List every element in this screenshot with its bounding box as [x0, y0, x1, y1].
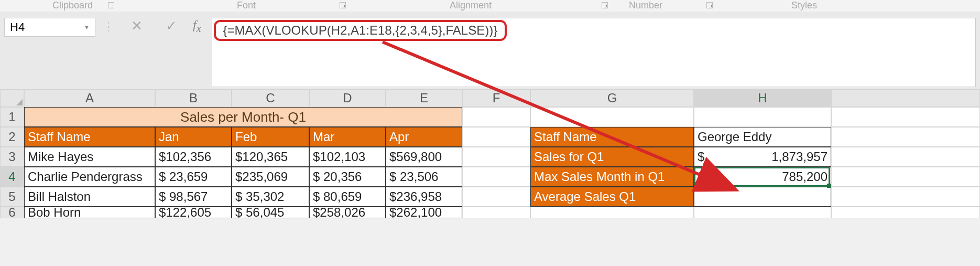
name-box[interactable]: H4 ▼ — [4, 18, 95, 37]
row-6: 6 Bob Horn $122,605 $ 56,045 $258,026 $2… — [0, 207, 980, 218]
cell-A3[interactable]: Mike Hayes — [24, 147, 155, 167]
dialog-launcher-icon[interactable] — [602, 2, 608, 8]
cell-C6[interactable]: $ 56,045 — [232, 207, 309, 218]
select-all-corner[interactable] — [0, 89, 24, 107]
col-header-A[interactable]: A — [24, 89, 155, 107]
col-header-F[interactable]: F — [462, 89, 530, 107]
cell-A5[interactable]: Bill Halston — [24, 187, 155, 207]
cell-rest[interactable] — [831, 147, 980, 167]
formula-text-highlight: {=MAX(VLOOKUP(H2,A1:E18,{2,3,4,5},FALSE)… — [214, 20, 507, 41]
cell-C2[interactable]: Feb — [232, 127, 309, 147]
cell-E2[interactable]: Apr — [386, 127, 462, 147]
formula-bar: H4 ▼ ⋮ ✕ ✓ fx {=MAX(VLOOKUP(H2,A1:E18,{2… — [0, 12, 980, 89]
cell-H4[interactable]: $785,200 — [694, 167, 831, 187]
spreadsheet-grid[interactable]: A B C D E F G H 1 Sales per Month- Q1 2 … — [0, 89, 980, 218]
separator-icon: ⋮ — [100, 18, 117, 34]
cell-H3[interactable]: $1,873,957 — [694, 147, 831, 167]
cell-F6[interactable] — [462, 207, 530, 218]
dialog-launcher-icon[interactable] — [706, 2, 713, 8]
col-header-H[interactable]: H — [694, 89, 831, 107]
cell-D5[interactable]: $ 80,659 — [309, 187, 386, 207]
row-1: 1 Sales per Month- Q1 — [0, 107, 980, 127]
cell-C4[interactable]: $235,069 — [232, 167, 309, 187]
cell-F4[interactable] — [462, 167, 530, 187]
col-header-B[interactable]: B — [155, 89, 232, 107]
cell-D2[interactable]: Mar — [309, 127, 386, 147]
ribbon-group-number: Number — [629, 0, 662, 11]
cell-G3[interactable]: Sales for Q1 — [530, 147, 694, 167]
cell-C5[interactable]: $ 35,302 — [232, 187, 309, 207]
cell-A6[interactable]: Bob Horn — [24, 207, 155, 218]
cell-A4[interactable]: Charlie Pendergrass — [24, 167, 155, 187]
svg-marker-0 — [16, 99, 23, 105]
ribbon-group-styles: Styles — [791, 0, 817, 11]
cell-rest[interactable] — [831, 107, 980, 127]
cell-F2[interactable] — [462, 127, 530, 147]
cell-title[interactable]: Sales per Month- Q1 — [24, 107, 462, 127]
cell-G5[interactable]: Average Sales Q1 — [530, 187, 694, 207]
row-5: 5 Bill Halston $ 98,567 $ 35,302 $ 80,65… — [0, 187, 980, 207]
col-header-G[interactable]: G — [530, 89, 694, 107]
row-header-6[interactable]: 6 — [0, 207, 24, 218]
cell-B4[interactable]: $ 23,659 — [155, 167, 232, 187]
col-header-E[interactable]: E — [386, 89, 462, 107]
ribbon-group-font: Font — [237, 0, 256, 11]
cell-rest[interactable] — [831, 207, 980, 218]
cell-G1[interactable] — [530, 107, 694, 127]
cell-E5[interactable]: $236,958 — [386, 187, 462, 207]
row-header-3[interactable]: 3 — [0, 147, 24, 167]
cell-C3[interactable]: $120,365 — [232, 147, 309, 167]
row-4: 4 Charlie Pendergrass $ 23,659 $235,069 … — [0, 167, 980, 187]
currency-value: 785,200 — [782, 169, 827, 184]
row-header-1[interactable]: 1 — [0, 107, 24, 127]
cell-B6[interactable]: $122,605 — [155, 207, 232, 218]
col-header-D[interactable]: D — [309, 89, 386, 107]
row-header-5[interactable]: 5 — [0, 187, 24, 207]
row-2: 2 Staff Name Jan Feb Mar Apr Staff Name … — [0, 127, 980, 147]
cell-B2[interactable]: Jan — [155, 127, 232, 147]
row-3: 3 Mike Hayes $102,356 $120,365 $102,103 … — [0, 147, 980, 167]
cell-rest[interactable] — [831, 167, 980, 187]
cell-E6[interactable]: $262,100 — [386, 207, 462, 218]
fx-icon[interactable]: fx — [191, 18, 208, 35]
ribbon-group-labels: Clipboard Font Alignment Number Styles — [0, 0, 980, 12]
dialog-launcher-icon[interactable] — [108, 2, 114, 8]
cancel-icon[interactable]: ✕ — [122, 18, 152, 34]
column-headers: A B C D E F G H — [0, 89, 980, 107]
cell-rest[interactable] — [831, 187, 980, 207]
formula-text: {=MAX(VLOOKUP(H2,A1:E18,{2,3,4,5},FALSE)… — [223, 23, 498, 37]
cell-F3[interactable] — [462, 147, 530, 167]
enter-icon[interactable]: ✓ — [156, 18, 187, 34]
cell-B5[interactable]: $ 98,567 — [155, 187, 232, 207]
cell-G6[interactable] — [530, 207, 694, 218]
cell-F5[interactable] — [462, 187, 530, 207]
cell-E4[interactable]: $ 23,506 — [386, 167, 462, 187]
cell-H1[interactable] — [694, 107, 831, 127]
currency-symbol: $ — [698, 169, 704, 184]
ribbon-group-clipboard: Clipboard — [52, 0, 93, 11]
formula-input[interactable]: {=MAX(VLOOKUP(H2,A1:E18,{2,3,4,5},FALSE)… — [212, 18, 976, 87]
cell-E3[interactable]: $569,800 — [386, 147, 462, 167]
cell-H2[interactable]: George Eddy — [694, 127, 831, 147]
row-header-2[interactable]: 2 — [0, 127, 24, 147]
dialog-launcher-icon[interactable] — [340, 2, 346, 8]
cell-D6[interactable]: $258,026 — [309, 207, 386, 218]
currency-symbol: $ — [698, 150, 704, 164]
name-box-value: H4 — [10, 20, 25, 34]
cell-rest[interactable] — [831, 127, 980, 147]
cell-H6[interactable] — [694, 207, 831, 218]
row-header-4[interactable]: 4 — [0, 167, 24, 187]
cell-G2[interactable]: Staff Name — [530, 127, 694, 147]
cell-D3[interactable]: $102,103 — [309, 147, 386, 167]
cell-G4[interactable]: Max Sales Month in Q1 — [530, 167, 694, 187]
chevron-down-icon[interactable]: ▼ — [84, 24, 90, 30]
ribbon-group-alignment: Alignment — [450, 0, 492, 11]
cell-A2[interactable]: Staff Name — [24, 127, 155, 147]
cell-H5[interactable] — [694, 187, 831, 207]
cell-B3[interactable]: $102,356 — [155, 147, 232, 167]
col-header-rest[interactable] — [831, 89, 980, 107]
currency-value: 1,873,957 — [771, 150, 827, 164]
cell-F1[interactable] — [462, 107, 530, 127]
col-header-C[interactable]: C — [232, 89, 309, 107]
cell-D4[interactable]: $ 20,356 — [309, 167, 386, 187]
